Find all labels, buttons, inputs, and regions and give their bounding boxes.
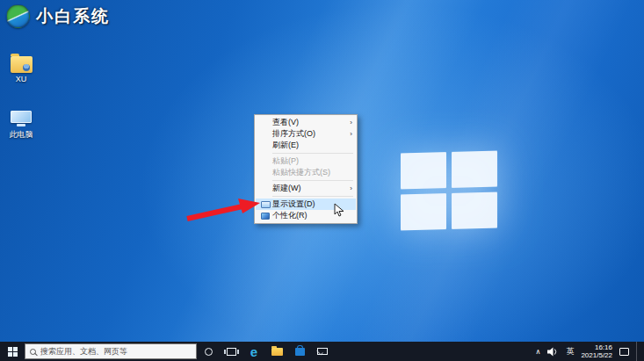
ime-indicator[interactable]: 英 — [566, 346, 574, 357]
mouse-cursor — [334, 203, 345, 221]
store-icon — [295, 348, 305, 356]
user-folder-icon — [11, 56, 33, 73]
menu-item-sort-by[interactable]: 排序方式(O) › — [256, 128, 356, 140]
menu-separator — [272, 196, 353, 197]
desktop-icon-label: XU — [16, 75, 27, 83]
show-desktop-button[interactable] — [636, 342, 639, 361]
tray-expand-button[interactable]: ∧ — [536, 348, 541, 356]
red-arrow-icon — [185, 195, 262, 223]
clock-date: 2021/5/22 — [581, 351, 612, 359]
xiaobai-logo-icon — [6, 4, 30, 28]
desktop-icon-label: 此电脑 — [10, 129, 33, 141]
task-view-button[interactable] — [220, 342, 242, 361]
personalize-icon — [261, 213, 270, 220]
clock-time: 16:16 — [581, 343, 612, 351]
taskbar-search-box[interactable]: 搜索应用、文档、网页等 — [25, 343, 197, 359]
menu-item-view[interactable]: 查看(V) › — [256, 117, 356, 128]
edge-icon: e — [250, 345, 257, 358]
submenu-arrow-icon: › — [350, 119, 353, 126]
file-explorer-icon — [271, 348, 283, 356]
brand-watermark: 小白系统 — [6, 4, 110, 28]
menu-item-new[interactable]: 新建(W) › — [256, 183, 356, 194]
mail-button[interactable] — [311, 342, 334, 361]
search-icon — [30, 349, 36, 355]
display-settings-icon — [261, 201, 271, 208]
desktop: 小白系统 XU 此电脑 查看(V) › 排序方式(O) › 刷 — [0, 0, 644, 361]
menu-item-paste: 粘贴(P) — [256, 155, 356, 167]
desktop-icon-this-pc[interactable]: 此电脑 — [2, 111, 40, 141]
mail-icon — [317, 348, 328, 355]
search-placeholder: 搜索应用、文档、网页等 — [40, 346, 127, 357]
cursor-icon — [334, 203, 345, 218]
desktop-icon-user-folder[interactable]: XU — [2, 56, 40, 83]
menu-separator — [272, 153, 353, 154]
task-view-icon — [227, 348, 236, 356]
taskbar: 搜索应用、文档、网页等 e ∧ 英 16:16 — [0, 342, 644, 361]
menu-item-paste-shortcut: 粘贴快捷方式(S) — [256, 167, 356, 178]
edge-button[interactable]: e — [242, 342, 265, 361]
submenu-arrow-icon: › — [350, 184, 353, 192]
menu-item-refresh[interactable]: 刷新(E) — [256, 140, 356, 151]
file-explorer-button[interactable] — [265, 342, 288, 361]
start-button[interactable] — [0, 342, 25, 361]
taskbar-clock[interactable]: 16:16 2021/5/22 — [581, 343, 612, 359]
computer-screen — [11, 111, 32, 123]
logo-pane — [452, 151, 497, 188]
action-center-icon[interactable] — [619, 348, 629, 356]
windows-wallpaper-logo — [401, 151, 497, 231]
store-button[interactable] — [288, 342, 311, 361]
menu-separator — [272, 180, 353, 181]
windows-start-icon — [8, 347, 18, 357]
logo-pane — [401, 193, 446, 230]
logo-pane — [401, 152, 446, 189]
computer-icon — [11, 111, 32, 127]
brand-title: 小白系统 — [36, 5, 110, 28]
logo-pane — [452, 192, 497, 229]
red-annotation-arrow — [185, 195, 262, 227]
volume-icon[interactable] — [547, 347, 559, 357]
cortana-icon — [205, 348, 213, 356]
computer-stand — [17, 124, 25, 126]
system-tray: ∧ 英 16:16 2021/5/22 — [536, 342, 644, 361]
cortana-button[interactable] — [197, 342, 220, 361]
submenu-arrow-icon: › — [350, 130, 353, 138]
